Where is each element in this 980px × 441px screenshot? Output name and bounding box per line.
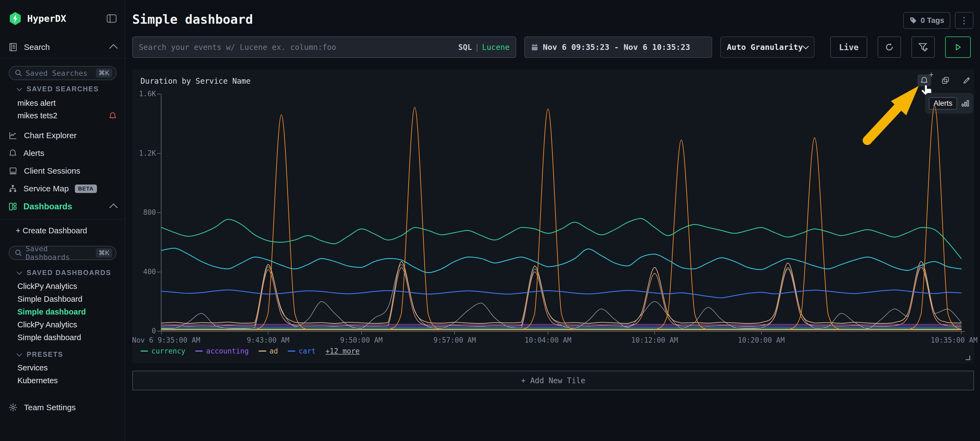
- saved-dashboard-item[interactable]: ClickPy Analytics: [0, 320, 125, 329]
- refresh-button[interactable]: [878, 37, 901, 58]
- date-range-value: Nov 6 09:35:23 - Nov 6 10:35:23: [543, 43, 690, 52]
- copy-icon: [941, 76, 950, 85]
- line-chart[interactable]: 1.6K1.2K8004000Nov 6 9:35:00 AM9:43:00 A…: [161, 94, 961, 331]
- collapse-sidebar-icon[interactable]: [107, 14, 116, 23]
- search-journal-icon: [9, 43, 18, 51]
- date-range-picker[interactable]: Nov 6 09:35:23 - Nov 6 10:35:23: [524, 37, 712, 58]
- sidebar-item-dashboards[interactable]: Dashboards: [0, 202, 125, 211]
- saved-searches-input[interactable]: Saved Searches ⌘K: [9, 66, 116, 80]
- x-tick-label: 10:12:00 AM: [611, 336, 698, 344]
- sidebar-item-alerts[interactable]: Alerts: [0, 149, 125, 158]
- filter-button[interactable]: [912, 37, 935, 58]
- more-menu-button[interactable]: ⋮: [955, 12, 974, 29]
- saved-dashboard-item[interactable]: Simple Dashboard: [0, 295, 125, 304]
- shortcut-badge: ⌘K: [96, 248, 112, 257]
- plus-icon: +: [929, 70, 934, 79]
- y-tick-label: 0: [129, 327, 156, 335]
- x-tick: [654, 331, 655, 334]
- granularity-select[interactable]: Auto Granularity: [720, 37, 815, 58]
- saved-dashboards-header[interactable]: SAVED DASHBOARDS: [0, 269, 125, 276]
- legend-dash: [195, 350, 203, 352]
- sql-toggle[interactable]: SQL: [458, 43, 472, 52]
- legend-dash: [140, 350, 148, 352]
- x-tick-label: 9:43:00 AM: [224, 336, 312, 344]
- pencil-icon: [963, 76, 971, 85]
- saved-dashboard-item[interactable]: ClickPy Analytics: [0, 282, 125, 291]
- x-tick: [454, 331, 455, 334]
- resize-handle[interactable]: [966, 355, 970, 360]
- chevron-down-icon: [17, 86, 22, 91]
- sidebar-item-chart-explorer[interactable]: Chart Explorer: [0, 131, 125, 140]
- chevron-up-icon: [109, 203, 118, 212]
- sidebar: HyperDX Search Saved Searches ⌘K SAVED S…: [0, 0, 125, 441]
- legend-more-link[interactable]: +12 more: [326, 347, 360, 355]
- divider: [0, 219, 125, 220]
- sidebar-item-client-sessions[interactable]: Client Sessions: [0, 166, 125, 176]
- tags-button[interactable]: 0 Tags: [903, 12, 950, 29]
- beta-badge: BETA: [75, 185, 97, 193]
- x-tick-label: 9:50:00 AM: [318, 336, 405, 344]
- x-tick: [548, 331, 548, 334]
- lucene-toggle[interactable]: Lucene: [482, 43, 510, 52]
- search-icon: [15, 249, 22, 257]
- live-button[interactable]: Live: [830, 37, 867, 58]
- refresh-icon: [885, 42, 894, 52]
- line-chart-icon: [9, 131, 18, 140]
- sidebar-item-search[interactable]: Search: [0, 43, 125, 52]
- saved-dashboard-item[interactable]: Simple dashboard: [0, 333, 125, 342]
- dashboard-tile: Duration by Service Name +: [132, 70, 974, 363]
- saved-searches-header[interactable]: SAVED SEARCHES: [0, 85, 125, 93]
- x-tick-label: 10:04:00 AM: [504, 336, 592, 344]
- saved-search-item[interactable]: mikes tets2: [0, 111, 125, 120]
- sidebar-item-label: Search: [24, 43, 50, 52]
- toolbar: Search your events w/ Lucene ex. column:…: [132, 37, 974, 58]
- granularity-value: Auto Granularity: [727, 43, 803, 52]
- saved-dashboards-placeholder: Saved Dashboards: [25, 244, 96, 261]
- saved-dashboards-input[interactable]: Saved Dashboards ⌘K: [9, 246, 116, 260]
- saved-dashboard-item-active[interactable]: Simple dashboard: [0, 307, 125, 316]
- legend-item[interactable]: cart: [288, 347, 316, 355]
- series-salmon-spikes: [161, 267, 961, 326]
- sidebar-item-team-settings[interactable]: Team Settings: [0, 403, 125, 412]
- chevron-down-icon: [803, 43, 809, 50]
- sidebar-item-service-map[interactable]: Service Map BETA: [0, 184, 125, 193]
- edit-tile-button[interactable]: [960, 74, 974, 86]
- x-tick-label: 10:35:00 AM: [896, 336, 978, 344]
- legend-item[interactable]: accounting: [195, 347, 249, 355]
- dashboards-icon: [9, 202, 17, 211]
- sitemap-icon: [9, 184, 17, 193]
- tag-icon: [909, 16, 917, 24]
- saved-search-item[interactable]: mikes alert: [0, 99, 125, 108]
- x-tick: [761, 331, 762, 334]
- preset-item[interactable]: Kubernetes: [0, 376, 125, 385]
- y-tick-label: 800: [129, 208, 156, 216]
- add-new-tile-button[interactable]: + Add New Tile: [132, 371, 974, 390]
- page-title: Simple dashboard: [132, 12, 253, 27]
- chart-legend: currency accounting ad cart +12 more: [140, 347, 360, 355]
- bar-chart-icon[interactable]: [961, 99, 970, 108]
- y-tick-label: 400: [129, 268, 156, 276]
- legend-item[interactable]: currency: [140, 347, 185, 355]
- presets-header[interactable]: PRESETS: [0, 350, 125, 358]
- kebab-icon: ⋮: [960, 15, 969, 26]
- shortcut-badge: ⌘K: [96, 69, 112, 78]
- x-tick: [268, 331, 269, 334]
- app-title: HyperDX: [27, 13, 66, 24]
- create-dashboard-button[interactable]: + Create Dashboard: [0, 226, 125, 235]
- gear-icon: [9, 403, 18, 412]
- event-search-input[interactable]: Search your events w/ Lucene ex. column:…: [132, 37, 516, 58]
- chevron-down-icon: [17, 351, 22, 356]
- legend-item[interactable]: ad: [259, 347, 278, 355]
- series-cart: [161, 290, 961, 298]
- x-tick-label: 9:57:00 AM: [411, 336, 498, 344]
- preset-item[interactable]: Services: [0, 363, 125, 372]
- tile-title: Duration by Service Name: [140, 77, 251, 86]
- tags-label: 0 Tags: [921, 16, 944, 25]
- series-currency: [161, 219, 961, 259]
- logo-row: HyperDX: [0, 11, 125, 26]
- duplicate-tile-button[interactable]: [939, 74, 952, 86]
- series-orange-spikes: [161, 106, 961, 330]
- y-tick: [157, 272, 161, 272]
- run-query-button[interactable]: [945, 37, 971, 58]
- filter-edit-icon: [918, 42, 928, 52]
